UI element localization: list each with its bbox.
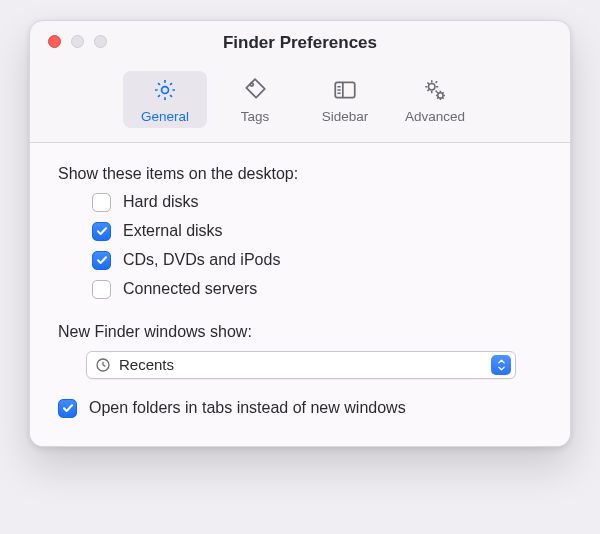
checkbox-label: Connected servers [123,280,257,298]
new-window-label: New Finder windows show: [58,323,542,341]
tab-general[interactable]: General [123,71,207,128]
general-pane: Show these items on the desktop: Hard di… [30,143,570,446]
toolbar: General Tags [30,61,570,143]
tab-sidebar[interactable]: Sidebar [303,71,387,128]
checkbox-cds-dvds-ipods[interactable]: CDs, DVDs and iPods [92,251,542,270]
checkbox-external-disks[interactable]: External disks [92,222,542,241]
tab-label: Advanced [405,110,465,124]
sidebar-icon [330,77,360,106]
window-title: Finder Preferences [30,21,570,53]
svg-point-1 [250,83,253,86]
window-controls [48,35,107,48]
desktop-items-label: Show these items on the desktop: [58,165,542,183]
tab-advanced[interactable]: Advanced [393,71,477,128]
titlebar: Finder Preferences [30,21,570,61]
checkbox-label: Open folders in tabs instead of new wind… [89,399,406,417]
zoom-icon[interactable] [94,35,107,48]
checkbox-connected-servers[interactable]: Connected servers [92,280,542,299]
new-window-popup[interactable]: Recents [86,351,516,379]
close-icon[interactable] [48,35,61,48]
checkbox-icon [92,193,111,212]
popup-value: Recents [119,356,483,373]
svg-point-7 [429,84,436,91]
checkbox-label: CDs, DVDs and iPods [123,251,280,269]
checkbox-label: External disks [123,222,223,240]
tab-label: Tags [241,110,270,124]
clock-icon [95,357,111,373]
tag-icon [240,77,270,106]
checkbox-icon [58,399,77,418]
checkbox-hard-disks[interactable]: Hard disks [92,193,542,212]
svg-point-0 [162,87,169,94]
checkbox-open-in-tabs[interactable]: Open folders in tabs instead of new wind… [58,399,542,418]
tab-label: General [141,110,189,124]
chevrons-icon [491,355,511,375]
tab-tags[interactable]: Tags [213,71,297,128]
svg-point-8 [438,93,443,98]
gear-icon [150,77,180,106]
gears-icon [420,77,450,106]
checkbox-icon [92,280,111,299]
minimize-icon[interactable] [71,35,84,48]
tab-label: Sidebar [322,110,369,124]
checkbox-icon [92,222,111,241]
checkbox-label: Hard disks [123,193,199,211]
preferences-window: Finder Preferences General [29,20,571,447]
checkbox-icon [92,251,111,270]
desktop-items-list: Hard disks External disks CDs, DVDs and … [92,193,542,299]
